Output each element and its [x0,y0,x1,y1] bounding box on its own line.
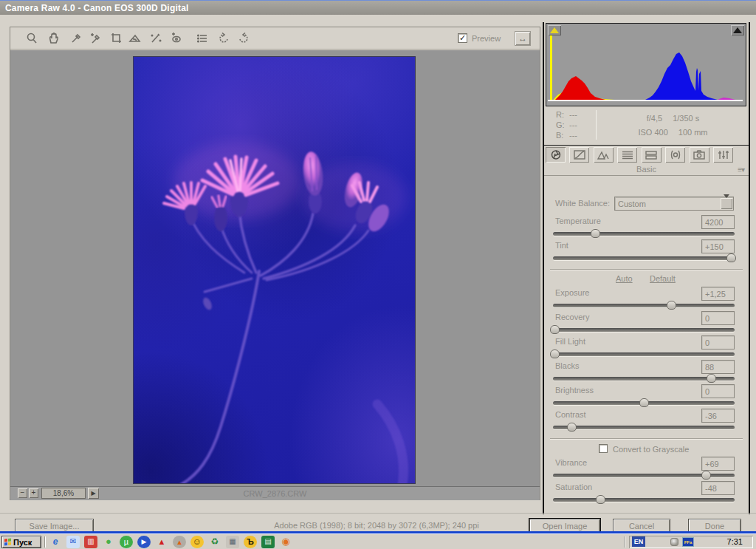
contrast-value[interactable]: -36 [701,409,735,423]
temperature-value[interactable]: 4200 [701,215,735,229]
tint-track[interactable] [553,256,735,260]
firefox-icon[interactable]: ◉ [279,536,292,548]
window-title: Camera Raw 4.0 - Canon EOS 300D Digital [5,3,189,13]
fill-light-label: Fill Light [555,337,585,346]
tab-basic[interactable] [546,147,566,163]
books-app-icon[interactable]: ▤ [261,536,275,548]
white-balance-dropdown[interactable]: Custom [614,197,734,211]
shadow-clipping-button[interactable] [548,25,561,35]
exposure-value[interactable]: +1,25 [701,287,735,301]
toggle-fullscreen-button[interactable]: ↔ [515,31,531,46]
highlight-clipping-button[interactable] [731,25,744,35]
language-indicator[interactable]: EN [632,536,645,547]
outlook-express-icon[interactable]: ✉ [66,536,80,548]
brightness-thumb[interactable] [639,398,649,407]
tab-presets[interactable] [713,147,733,163]
window-titlebar[interactable]: Camera Raw 4.0 - Canon EOS 300D Digital [0,0,756,15]
recovery-thumb[interactable] [550,325,560,334]
contrast-slider-row: Contrast -36 [544,409,749,432]
flower-photo [134,57,416,484]
color-sampler-tool-button[interactable] [87,30,103,47]
histogram[interactable] [546,23,746,106]
histogram-yellow-spike [550,26,552,101]
exposure-thumb[interactable] [667,301,676,310]
taskbar-separator [44,536,46,548]
preview-checkbox[interactable]: ✓ [458,33,467,43]
fill-light-track[interactable] [553,352,735,356]
temperature-thumb[interactable] [591,229,600,238]
tray-ffa-icon[interactable]: FFa [682,537,694,547]
icq-smiley-icon[interactable]: ☺ [190,536,204,548]
rotate-right-button[interactable] [235,30,251,47]
panel-menu-icon[interactable]: ≡▾ [738,166,744,174]
blacks-value[interactable]: 88 [701,360,735,374]
tab-camera-calibration[interactable] [690,147,709,163]
auto-link[interactable]: Auto [616,274,633,283]
retouch-tool-button[interactable] [148,30,164,47]
tab-detail[interactable] [594,147,614,163]
tint-value[interactable]: +150 [701,239,735,253]
rotate-ccw-icon [218,32,231,45]
exposure-track[interactable] [553,304,735,307]
straighten-tool-button[interactable] [127,30,143,47]
tray-settings-icon[interactable] [670,538,678,546]
tint-thumb[interactable] [726,253,736,262]
hsl-lines-icon [620,149,635,160]
utorrent-icon[interactable]: µ [120,536,133,548]
rotate-left-button[interactable] [216,30,233,47]
tab-lens-corrections[interactable] [665,147,685,163]
preferences-tool-button[interactable] [194,30,210,47]
contrast-track[interactable] [553,426,735,429]
split-toning-icon [644,149,659,160]
fill-light-value[interactable]: 0 [701,335,735,349]
internet-explorer-icon[interactable]: e [49,536,62,548]
hard-sign-app-icon[interactable]: Ъ [244,536,257,548]
saturation-track[interactable] [553,498,735,502]
vibrance-value[interactable]: +69 [701,457,735,471]
red-eye-tool-button[interactable] [168,30,184,47]
media-player-icon[interactable]: ▶ [137,536,151,548]
blacks-thumb[interactable] [707,374,716,383]
tab-tone-curve[interactable] [569,147,589,163]
vibrance-thumb[interactable] [701,471,711,480]
crop-tool-button[interactable] [109,30,125,47]
default-link[interactable]: Default [650,274,676,283]
saturation-thumb[interactable] [596,495,605,504]
portrait-app-icon[interactable]: ▦ [226,536,239,548]
recycle-app-icon[interactable]: ♻ [208,536,221,548]
temperature-track[interactable] [553,232,735,236]
white-balance-tool-button[interactable] [68,30,84,47]
floppy-save-icon[interactable]: ▥ [84,536,97,548]
brightness-value[interactable]: 0 [701,384,735,398]
contrast-thumb[interactable] [567,423,577,432]
recovery-value[interactable]: 0 [701,311,735,325]
ati-tool-icon[interactable]: ▲ [155,536,168,548]
brightness-track[interactable] [553,401,735,405]
histogram-red-series [554,76,628,101]
disc-burner-icon[interactable]: ▴ [173,536,186,548]
exposure-slider-row: Exposure +1,25 [544,287,749,310]
java-app-icon[interactable]: ● [102,536,115,548]
preview-label: Preview [472,34,501,43]
exposure-label: Exposure [555,288,589,297]
stems [181,211,404,484]
vibrance-slider-row: Vibrance +69 [544,457,749,480]
recovery-track[interactable] [553,328,735,332]
eyedropper-icon [69,32,83,45]
blacks-track[interactable] [553,377,735,381]
start-button[interactable]: Пуск [1,536,41,548]
hand-tool-button[interactable] [46,30,62,47]
dropdown-arrow-button[interactable] [721,198,732,209]
highlight-clipping-icon [733,27,742,33]
tab-split-toning[interactable] [642,147,662,163]
focal-length-value: 100 mm [678,126,708,140]
saturation-value[interactable]: -48 [701,481,735,495]
presets-sliders-icon [716,149,731,160]
vibrance-track[interactable] [553,474,735,477]
taskbar-clock: 7:31 [727,537,743,546]
zoom-tool-button[interactable] [24,30,40,47]
convert-grayscale-checkbox[interactable] [599,444,608,453]
fill-light-thumb[interactable] [550,349,560,358]
tab-hsl-grayscale[interactable] [617,147,637,163]
tint-slider-row: Tint +150 [544,239,749,262]
